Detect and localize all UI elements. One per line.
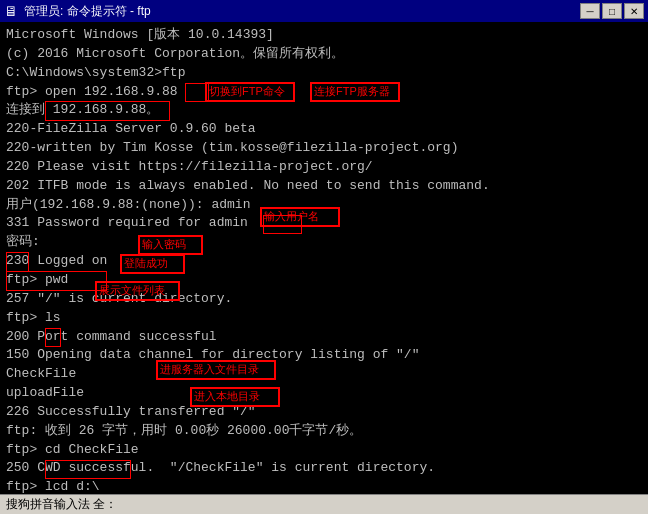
ime-bar: 搜狗拼音输入法 全：	[0, 494, 648, 514]
terminal-line: C:\Windows\system32>ftp	[6, 64, 642, 83]
terminal-line: 226 Successfully transferred "/"	[6, 403, 642, 422]
terminal-line: 220 Please visit https://filezilla-proje…	[6, 158, 642, 177]
maximize-button[interactable]: □	[602, 3, 622, 19]
app-icon: 🖥	[4, 3, 18, 19]
ime-text: 搜狗拼音输入法 全：	[6, 496, 117, 513]
terminal-line: 257 "/" is current directory.	[6, 290, 642, 309]
terminal-line: ftp> cd CheckFile	[6, 441, 642, 460]
terminal-line: ftp> open 192.168.9.88	[6, 83, 642, 102]
terminal-line: Microsoft Windows [版本 10.0.14393]	[6, 26, 642, 45]
terminal-line: 220-written by Tim Kosse (tim.kosse@file…	[6, 139, 642, 158]
terminal-line: 250 CWD successful. "/CheckFile" is curr…	[6, 459, 642, 478]
terminal-line: 200 Port command successful	[6, 328, 642, 347]
terminal-line: 连接到 192.168.9.88。	[6, 101, 642, 120]
terminal-line: ftp> lcd d:\	[6, 478, 642, 494]
terminal-line: ftp> ls	[6, 309, 642, 328]
terminal-line: 230 Logged on	[6, 252, 642, 271]
title-bar: 🖥 管理员: 命令提示符 - ftp ─ □ ✕	[0, 0, 648, 22]
terminal-line: ftp> pwd	[6, 271, 642, 290]
terminal-line: 220-FileZilla Server 0.9.60 beta	[6, 120, 642, 139]
minimize-button[interactable]: ─	[580, 3, 600, 19]
terminal-line: 202 ITFB mode is always enabled. No need…	[6, 177, 642, 196]
title-bar-left: 🖥 管理员: 命令提示符 - ftp	[4, 3, 151, 20]
close-button[interactable]: ✕	[624, 3, 644, 19]
terminal-line: 密码:	[6, 233, 642, 252]
window-title: 管理员: 命令提示符 - ftp	[24, 3, 151, 20]
terminal-line: uploadFile	[6, 384, 642, 403]
terminal-line: ftp: 收到 26 字节，用时 0.00秒 26000.00千字节/秒。	[6, 422, 642, 441]
terminal-line: 331 Password required for admin	[6, 214, 642, 233]
terminal-area[interactable]: Microsoft Windows [版本 10.0.14393](c) 201…	[0, 22, 648, 494]
terminal-line: 用户(192.168.9.88:(none)): admin	[6, 196, 642, 215]
terminal-line: (c) 2016 Microsoft Corporation。保留所有权利。	[6, 45, 642, 64]
terminal-line: CheckFile	[6, 365, 642, 384]
terminal-line: 150 Opening data channel for directory l…	[6, 346, 642, 365]
window-controls: ─ □ ✕	[580, 3, 644, 19]
